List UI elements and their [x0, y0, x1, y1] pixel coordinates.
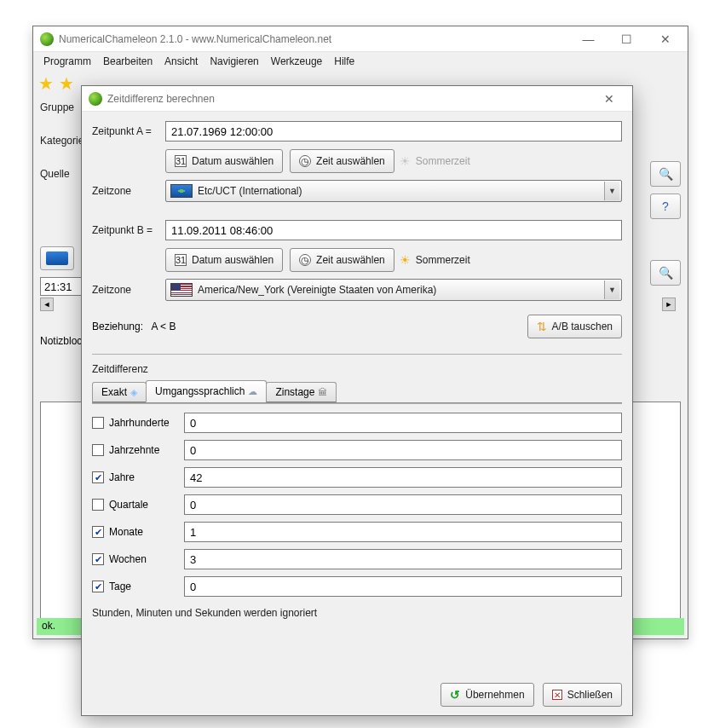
- menu-ansicht[interactable]: Ansicht: [159, 54, 203, 69]
- time-diff-dialog: Zeitdifferenz berechnen ✕ Zeitpunkt A = …: [81, 85, 633, 716]
- diff-row: ✔Jahre: [92, 467, 622, 488]
- label-kategorie: Kategorie: [40, 135, 81, 147]
- tab-umgangssprachlich[interactable]: Umgangssprachlich ☁: [146, 380, 267, 402]
- checkbox[interactable]: [92, 444, 104, 456]
- checkbox[interactable]: ✔: [92, 471, 104, 483]
- tab-label: Umgangssprachlich: [155, 385, 245, 397]
- timezone-a-value: Etc/UCT (International): [198, 185, 599, 197]
- globe-button[interactable]: [40, 246, 74, 270]
- label-quelle: Quelle: [40, 168, 81, 180]
- date-select-b-button[interactable]: 31 Datum auswählen: [165, 248, 283, 272]
- diff-value-input[interactable]: [184, 522, 622, 542]
- diff-row: ✔Wochen: [92, 549, 622, 569]
- diff-row: Jahrhunderte: [92, 413, 622, 433]
- checkbox[interactable]: ✔: [92, 581, 104, 592]
- tab-underline: [92, 402, 622, 404]
- close-icon: ✕: [552, 690, 562, 700]
- apply-label: Übernehmen: [465, 689, 524, 701]
- search-icon: 🔍: [659, 167, 673, 181]
- btn-label: Zeit auswählen: [316, 254, 385, 266]
- checkbox[interactable]: [92, 499, 104, 511]
- tab-exakt[interactable]: Exakt ◈: [92, 382, 147, 402]
- diff-row: ✔Tage: [92, 576, 622, 597]
- diff-label: Jahrhunderte: [109, 417, 170, 429]
- check-icon: ↺: [450, 688, 460, 702]
- btn-label: Datum auswählen: [192, 155, 274, 167]
- diff-value-input[interactable]: [184, 494, 622, 515]
- diff-row: ✔Monate: [92, 522, 622, 542]
- btn-label: Zeit auswählen: [316, 155, 385, 167]
- search-button[interactable]: 🔍: [650, 161, 681, 187]
- checkbox[interactable]: ✔: [92, 526, 104, 538]
- label-zeitzone-b: Zeitzone: [92, 284, 165, 296]
- globe-icon: [46, 251, 68, 265]
- scroll-left-icon[interactable]: ◄: [40, 298, 54, 311]
- menu-navigieren[interactable]: Navigieren: [204, 54, 263, 69]
- maximize-button[interactable]: ☐: [607, 27, 646, 51]
- diff-value-input[interactable]: [184, 413, 622, 433]
- tab-zinstage[interactable]: Zinstage 🏛: [266, 382, 337, 402]
- checkbox[interactable]: ✔: [92, 553, 104, 565]
- timezone-b-value: America/New_York (Vereinigte Staaten von…: [198, 284, 599, 296]
- close-label: Schließen: [567, 689, 613, 701]
- minimize-button[interactable]: —: [569, 27, 607, 51]
- diff-label: Jahrzehnte: [109, 444, 159, 456]
- menu-hilfe[interactable]: Hilfe: [329, 54, 360, 69]
- app-icon: [89, 92, 102, 106]
- time-select-a-button[interactable]: ◷ Zeit auswählen: [290, 149, 394, 173]
- zeitpunkt-b-input[interactable]: [165, 220, 622, 240]
- diff-value-input[interactable]: [184, 549, 622, 569]
- checkbox[interactable]: [92, 417, 104, 429]
- dialog-close-button[interactable]: ✕: [591, 88, 627, 110]
- diff-label: Monate: [109, 526, 143, 538]
- scroll-right-icon[interactable]: ►: [662, 298, 676, 311]
- star-icon[interactable]: ★: [59, 73, 78, 92]
- diff-label: Jahre: [109, 471, 135, 483]
- calendar-icon: 31: [175, 155, 187, 167]
- diff-value-input[interactable]: [184, 467, 622, 488]
- timezone-a-combo[interactable]: Etc/UCT (International) ▼: [165, 180, 622, 202]
- separator: [92, 354, 622, 355]
- sommerzeit-label: Sommerzeit: [416, 254, 470, 266]
- search-button-2[interactable]: 🔍: [650, 260, 681, 286]
- chevron-down-icon: ▼: [604, 182, 619, 200]
- diff-label: Wochen: [109, 553, 147, 565]
- zeitdifferenz-label: Zeitdifferenz: [92, 363, 622, 375]
- tab-label: Zinstage: [275, 386, 314, 398]
- help-button[interactable]: ?: [650, 194, 681, 219]
- label-zeitzone-a: Zeitzone: [92, 185, 165, 197]
- calendar-icon: 31: [175, 254, 187, 266]
- globe-flag-icon: [170, 184, 193, 198]
- diff-row: Quartale: [92, 494, 622, 515]
- swap-button[interactable]: ⇅ A/B tauschen: [527, 315, 622, 338]
- date-select-a-button[interactable]: 31 Datum auswählen: [165, 149, 283, 173]
- bank-icon: 🏛: [318, 387, 327, 397]
- time-select-b-button[interactable]: ◷ Zeit auswählen: [290, 248, 394, 272]
- menu-programm[interactable]: Programm: [38, 54, 96, 69]
- diff-tabs: Exakt ◈ Umgangssprachlich ☁ Zinstage 🏛: [92, 380, 622, 402]
- menu-bearbeiten[interactable]: Bearbeiten: [98, 54, 158, 69]
- help-icon: ?: [662, 199, 669, 213]
- menu-werkzeuge[interactable]: Werkzeuge: [266, 54, 327, 69]
- time-input[interactable]: [40, 277, 84, 296]
- sun-icon: ☀: [400, 154, 411, 168]
- label-gruppe: Gruppe: [40, 101, 81, 113]
- diff-label: Tage: [109, 581, 131, 592]
- sommerzeit-label: Sommerzeit: [416, 155, 470, 167]
- apply-button[interactable]: ↺ Übernehmen: [440, 683, 533, 707]
- cloud-icon: ☁: [248, 386, 257, 397]
- diff-label: Quartale: [109, 499, 148, 511]
- btn-label: Datum auswählen: [192, 254, 274, 266]
- diff-value-input[interactable]: [184, 576, 622, 597]
- dialog-titlebar: Zeitdifferenz berechnen ✕: [82, 86, 632, 112]
- close-button[interactable]: ✕ Schließen: [543, 683, 622, 707]
- timezone-b-combo[interactable]: America/New_York (Vereinigte Staaten von…: [165, 279, 622, 301]
- diff-value-input[interactable]: [184, 440, 622, 460]
- zeitpunkt-a-input[interactable]: [165, 121, 622, 142]
- ignore-note: Stunden, Minuten und Sekunden werden ign…: [92, 607, 622, 619]
- beziehung-value: A < B: [151, 321, 176, 332]
- main-title: NumericalChameleon 2.1.0 - www.Numerical…: [59, 33, 569, 45]
- star-icon[interactable]: ★: [38, 73, 57, 92]
- close-button[interactable]: ✕: [646, 27, 684, 51]
- label-zeitpunkt-a: Zeitpunkt A =: [92, 125, 165, 137]
